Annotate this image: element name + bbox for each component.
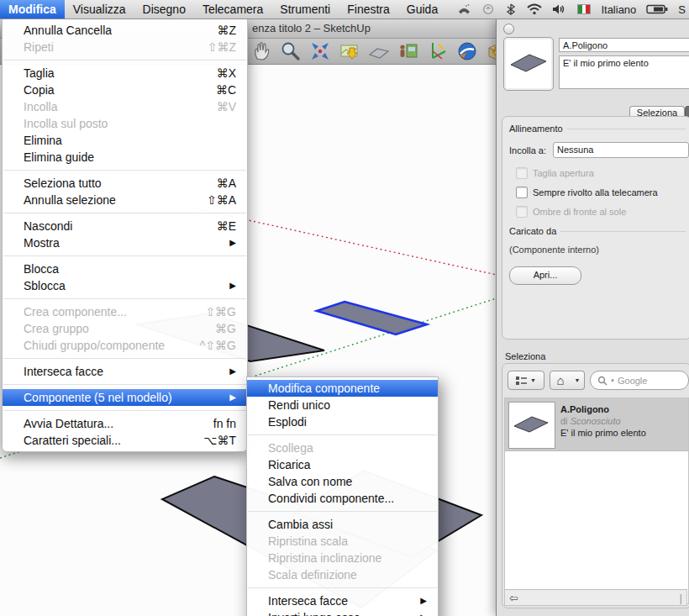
menu-item-label: Incolla sul posto — [24, 115, 108, 132]
dropdown-arrow-icon: ▼ — [575, 377, 581, 383]
menu-item[interactable]: Rendi unico — [247, 397, 438, 413]
menu-item[interactable]: Sblocca▶ — [3, 277, 247, 294]
menubar-item-modifica[interactable]: Modifica — [0, 0, 65, 18]
back-arrow-icon[interactable]: ⇦ — [509, 592, 518, 604]
clock-day-label[interactable]: S — [678, 3, 686, 16]
menu-item[interactable]: Ricarica — [247, 456, 438, 473]
menubar-item-telecamera[interactable]: Telecamera — [194, 0, 271, 18]
input-language-label[interactable]: Italiano — [601, 3, 636, 16]
google-earth-icon[interactable] — [456, 40, 478, 62]
menu-item[interactable]: Avvia Dettatura...fn fn — [3, 415, 247, 432]
menu-item[interactable]: Cambia assi — [247, 516, 438, 533]
zoom-extents-icon[interactable] — [309, 40, 331, 62]
menu-item-label: Annulla Cancella — [24, 22, 112, 39]
menu-item-shortcut: ⌘A — [217, 175, 236, 192]
menu-separator — [248, 511, 437, 512]
menu-separator — [3, 60, 246, 61]
menu-item-label: Ripeti — [24, 39, 54, 55]
menu-item-label: Scollega — [268, 440, 313, 456]
menu-item: Chiudi gruppo/componente^⇧⌘G — [3, 337, 247, 354]
menu-item[interactable]: Condividi componente... — [247, 490, 438, 507]
menu-separator — [3, 170, 246, 171]
component-inspector-panel: A.Poligono E' il mio primo elento Selezi… — [496, 18, 689, 616]
bluetooth-status-icon[interactable] — [505, 3, 517, 15]
menu-item[interactable]: Annulla selezione⇧⌘A — [3, 192, 247, 208]
wifi-status-icon[interactable] — [527, 3, 542, 15]
menubar-item-guida[interactable]: Guida — [398, 0, 446, 18]
menubar-item-strumenti[interactable]: Strumenti — [271, 0, 339, 18]
menu-item[interactable]: Annulla Cancella⌘Z — [3, 22, 247, 39]
menu-item[interactable]: Seleziona tutto⌘A — [3, 175, 247, 192]
menu-item[interactable]: Esplodi — [247, 413, 438, 430]
menu-item[interactable]: Caratteri speciali...⌥⌘T — [3, 432, 247, 449]
battery-status-icon[interactable] — [646, 3, 668, 15]
volume-status-icon[interactable] — [552, 3, 567, 15]
menu-item[interactable]: Elimina guide — [3, 149, 247, 166]
photo-textures-icon[interactable] — [397, 40, 419, 62]
submenu-arrow-icon: ▶ — [420, 609, 427, 616]
cut-opening-checkbox[interactable] — [516, 167, 528, 179]
menubar-item-finestra[interactable]: Finestra — [339, 0, 398, 18]
menu-item[interactable]: Copia⌘C — [3, 82, 247, 98]
add-location-icon[interactable] — [339, 40, 360, 62]
component-name-field[interactable]: A.Poligono — [559, 38, 689, 52]
close-button[interactable] — [503, 24, 514, 34]
menu-item-label: Cambia assi — [268, 516, 333, 533]
select-section-label: Seleziona — [505, 351, 545, 361]
list-item[interactable]: A.Poligono di Sconosciuto E' il mio prim… — [505, 398, 688, 451]
list-footer: ⇦ | — [504, 589, 687, 606]
menu-item[interactable]: Interseca facce▶ — [247, 592, 438, 609]
open-button[interactable]: Apri... — [509, 266, 581, 285]
menu-item-shortcut: ⌘G — [215, 320, 236, 337]
menu-item: Crea componente...⇧⌘G — [3, 303, 247, 320]
menu-item[interactable]: Elimina — [3, 132, 247, 149]
menu-item[interactable]: Mostra▶ — [3, 234, 247, 251]
menubar-item-disegno[interactable]: Disegno — [134, 0, 194, 18]
menu-item-shortcut: ⌘V — [217, 98, 236, 115]
toggle-terrain-icon[interactable] — [368, 40, 390, 62]
list-item-name: A.Poligono — [560, 403, 646, 415]
shadows-face-sun-checkbox[interactable] — [516, 206, 528, 218]
home-dropdown-button[interactable]: ▼ — [571, 371, 585, 390]
menu-item[interactable]: Taglia⌘X — [3, 65, 247, 82]
glue-to-dropdown[interactable]: Nessuna — [553, 142, 689, 158]
menu-item-modifica-componente[interactable]: Modifica componente — [247, 380, 438, 397]
phone-status-icon[interactable] — [457, 3, 471, 15]
component-description-field[interactable]: E' il mio primo elento — [559, 55, 689, 89]
menu-item: Incolla⌘V — [3, 98, 247, 115]
menu-separator — [3, 298, 246, 299]
menu-separator — [3, 255, 246, 256]
view-options-button[interactable]: ▼ — [508, 371, 544, 390]
match-photo-icon[interactable] — [427, 40, 449, 62]
sync-status-icon[interactable] — [481, 3, 495, 15]
home-icon: ⌂ — [556, 373, 564, 387]
menu-item[interactable]: Salva con nome — [247, 473, 438, 490]
menu-item[interactable]: Blocca — [3, 261, 247, 277]
menubar-status-area: Italiano S — [457, 3, 689, 16]
menu-separator — [248, 434, 437, 435]
menubar-item-visualizza[interactable]: Visualizza — [65, 0, 134, 18]
menu-item: Incolla sul posto — [3, 115, 247, 132]
italian-flag-icon[interactable] — [577, 4, 591, 14]
face-camera-checkbox[interactable] — [516, 187, 528, 198]
zoom-icon[interactable] — [280, 40, 302, 62]
menu-item-shortcut: ⇧⌘A — [207, 192, 236, 208]
menu-item-label: Taglia — [24, 65, 55, 82]
pan-icon[interactable] — [250, 40, 272, 62]
menu-separator — [3, 384, 246, 385]
menu-item-shortcut: ⌘X — [217, 65, 236, 82]
menu-item[interactable]: Inverti lungo asse▶ — [247, 609, 438, 616]
list-item-thumbnail-shape — [509, 403, 553, 446]
menu-item: Crea gruppo⌘G — [3, 320, 247, 337]
home-button[interactable]: ⌂ — [550, 371, 571, 390]
search-input[interactable]: ▼ Google — [590, 371, 689, 390]
edit-groupbox: Allineamento Incolla a: Nessuna Taglia a… — [502, 116, 689, 340]
menu-item-shortcut: ⇧⌘G — [205, 303, 236, 320]
edit-menu: Annulla Cancella⌘Z Ripeti⇧⌘Z Taglia⌘X Co… — [2, 19, 248, 452]
submenu-arrow-icon: ▶ — [229, 363, 236, 380]
loaded-from-label: Caricato da — [509, 226, 556, 236]
component-thumbnail — [503, 37, 554, 91]
menu-item[interactable]: Interseca facce▶ — [3, 363, 247, 380]
menu-item[interactable]: Nascondi⌘E — [3, 218, 247, 234]
menu-item-componente[interactable]: Componente (5 nel modello)▶ — [3, 389, 247, 406]
